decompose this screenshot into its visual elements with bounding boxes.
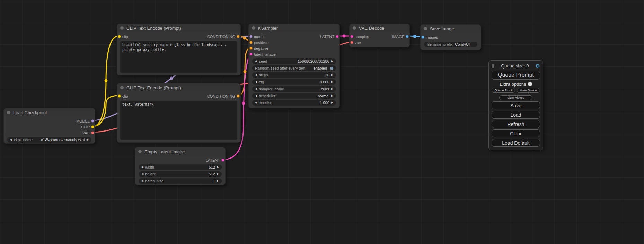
- increment-arrow-icon[interactable]: ▶: [331, 101, 333, 104]
- increment-arrow-icon[interactable]: ▶: [331, 60, 333, 63]
- output-dot-conditioning[interactable]: [237, 94, 240, 98]
- node-clip-text-encode-negative[interactable]: CLIP Text Encode (Prompt) clip CONDITION…: [117, 83, 241, 143]
- node-load-checkpoint[interactable]: Load Checkpoint MODEL CLIP VAE ◀ ckpt_na…: [3, 108, 95, 144]
- increment-arrow-icon[interactable]: ▶: [87, 138, 89, 141]
- decrement-arrow-icon[interactable]: ◀: [255, 101, 257, 104]
- refresh-button[interactable]: Refresh: [492, 120, 540, 128]
- increment-arrow-icon[interactable]: ▶: [217, 173, 219, 175]
- node-ksampler[interactable]: KSampler model LATENT positive negative …: [248, 24, 340, 108]
- input-dot-images[interactable]: [421, 36, 424, 39]
- collapse-toggle-icon[interactable]: [353, 26, 356, 30]
- negative-prompt-textarea[interactable]: text, watermark: [120, 101, 237, 140]
- node-header[interactable]: Empty Latent Image: [135, 147, 225, 156]
- view-queue-button[interactable]: View Queue: [517, 88, 540, 93]
- collapse-toggle-icon[interactable]: [424, 27, 427, 30]
- increment-arrow-icon[interactable]: ▶: [331, 94, 333, 97]
- node-header[interactable]: VAE Decode: [350, 24, 409, 32]
- increment-arrow-icon[interactable]: ▶: [217, 166, 219, 169]
- node-header[interactable]: CLIP Text Encode (Prompt): [117, 83, 240, 92]
- widget-cfg[interactable]: ◀ cfg 8.000 ▶: [252, 79, 336, 85]
- input-dot-latent-image[interactable]: [249, 53, 253, 56]
- collapse-toggle-icon[interactable]: [7, 111, 10, 114]
- node-header[interactable]: Load Checkpoint: [4, 108, 95, 117]
- collapse-toggle-icon[interactable]: [120, 26, 124, 30]
- widget-filename-prefix[interactable]: filename_prefix ComfyUI: [424, 42, 477, 47]
- link-midpoint-dot-latent: [343, 35, 346, 38]
- widget-scheduler[interactable]: ◀ scheduler normal ▶: [252, 93, 336, 99]
- output-dot-clip[interactable]: [91, 125, 94, 128]
- save-button[interactable]: Save: [492, 101, 540, 109]
- input-dot-vae[interactable]: [350, 41, 353, 44]
- view-history-button[interactable]: View History: [499, 95, 532, 100]
- increment-arrow-icon[interactable]: ▶: [217, 180, 219, 182]
- queue-front-button[interactable]: Queue Front: [492, 88, 515, 93]
- widget-control-after-generate[interactable]: Random seed after every gen enabled: [252, 65, 336, 71]
- decrement-arrow-icon[interactable]: ◀: [255, 81, 257, 83]
- output-slot-latent: LATENT: [135, 157, 225, 163]
- widget-height[interactable]: ◀ height 512 ▶: [139, 171, 222, 177]
- queue-prompt-button[interactable]: Queue Prompt: [492, 71, 540, 80]
- decrement-arrow-icon[interactable]: ◀: [141, 166, 143, 169]
- extra-options-checkbox[interactable]: [528, 82, 532, 86]
- input-dot-positive[interactable]: [249, 41, 253, 44]
- decrement-arrow-icon[interactable]: ◀: [10, 138, 12, 141]
- node-header[interactable]: Save Image: [421, 25, 481, 33]
- decrement-arrow-icon[interactable]: ◀: [255, 88, 257, 90]
- seed-toggle-indicator-icon[interactable]: [330, 67, 333, 70]
- increment-arrow-icon[interactable]: ▶: [331, 81, 333, 83]
- collapse-toggle-icon[interactable]: [120, 86, 124, 89]
- input-dot-clip[interactable]: [118, 35, 121, 38]
- widget-width[interactable]: ◀ width 512 ▶: [139, 164, 222, 170]
- widget-ckpt-name[interactable]: ◀ ckpt_name v1-5-pruned-emaonly.ckpt ▶: [7, 137, 91, 143]
- output-label-conditioning: CONDITIONING: [207, 94, 235, 98]
- menu-header: ⣿ Queue size: 0 ⚙: [492, 62, 540, 70]
- decrement-arrow-icon[interactable]: ◀: [141, 180, 143, 182]
- widget-label: steps: [259, 73, 268, 77]
- widget-batch-size[interactable]: ◀ batch_size 1 ▶: [139, 178, 222, 184]
- decrement-arrow-icon[interactable]: ◀: [255, 94, 257, 97]
- positive-prompt-textarea[interactable]: beautiful scenery nature glass bottle la…: [120, 41, 237, 73]
- input-dot-negative[interactable]: [249, 47, 253, 50]
- widget-value: 512: [209, 172, 215, 176]
- settings-gear-icon[interactable]: ⚙: [536, 63, 540, 69]
- input-label-clip: clip: [122, 94, 128, 98]
- decrement-arrow-icon[interactable]: ◀: [255, 74, 257, 76]
- node-title: CLIP Text Encode (Prompt): [126, 26, 181, 31]
- output-slot-clip: CLIP: [4, 124, 95, 130]
- widget-denoise[interactable]: ◀ denoise 1.000 ▶: [252, 100, 336, 106]
- collapse-toggle-icon[interactable]: [252, 26, 255, 30]
- drag-handle-icon[interactable]: ⣿: [492, 64, 494, 68]
- decrement-arrow-icon[interactable]: ◀: [141, 173, 143, 175]
- node-save-image[interactable]: Save Image images filename_prefix ComfyU…: [420, 24, 481, 50]
- slot-row-clip-conditioning: clip CONDITIONING: [117, 93, 240, 99]
- output-dot-conditioning[interactable]: [237, 35, 240, 38]
- node-vae-decode[interactable]: VAE Decode samples IMAGE vae: [349, 24, 410, 47]
- node-title: Empty Latent Image: [144, 149, 185, 154]
- clear-button[interactable]: Clear: [492, 129, 540, 137]
- increment-arrow-icon[interactable]: ▶: [331, 88, 333, 90]
- input-dot-samples[interactable]: [350, 35, 353, 38]
- output-dot-latent[interactable]: [221, 159, 224, 162]
- load-button[interactable]: Load: [492, 111, 540, 119]
- node-title: Load Checkpoint: [13, 110, 47, 115]
- node-clip-text-encode-positive[interactable]: CLIP Text Encode (Prompt) clip CONDITION…: [117, 24, 241, 75]
- output-dot-latent[interactable]: [336, 35, 339, 38]
- queue-buttons-row: Queue Front View Queue: [492, 88, 540, 93]
- graph-canvas[interactable]: { "colors": { "model": "#B39DDB", "clip"…: [0, 0, 644, 244]
- node-header[interactable]: KSampler: [249, 24, 339, 32]
- node-header[interactable]: CLIP Text Encode (Prompt): [117, 24, 240, 32]
- input-dot-model[interactable]: [249, 35, 253, 38]
- input-dot-clip[interactable]: [118, 94, 121, 98]
- output-dot-model[interactable]: [91, 119, 94, 123]
- decrement-arrow-icon[interactable]: ◀: [255, 60, 257, 63]
- load-default-button[interactable]: Load Default: [492, 139, 540, 147]
- widget-steps[interactable]: ◀ steps 20 ▶: [252, 72, 336, 78]
- widget-seed[interactable]: ◀ seed 156680208700286 ▶: [252, 58, 336, 64]
- widget-sampler-name[interactable]: ◀ sampler_name euler ▶: [252, 86, 336, 92]
- node-empty-latent-image[interactable]: Empty Latent Image LATENT ◀ width 512 ▶ …: [135, 147, 226, 185]
- increment-arrow-icon[interactable]: ▶: [331, 74, 333, 76]
- collapse-toggle-icon[interactable]: [138, 150, 142, 153]
- output-dot-vae[interactable]: [91, 131, 94, 134]
- widget-value: v1-5-pruned-emaonly.ckpt: [41, 138, 85, 142]
- output-dot-image[interactable]: [406, 35, 409, 38]
